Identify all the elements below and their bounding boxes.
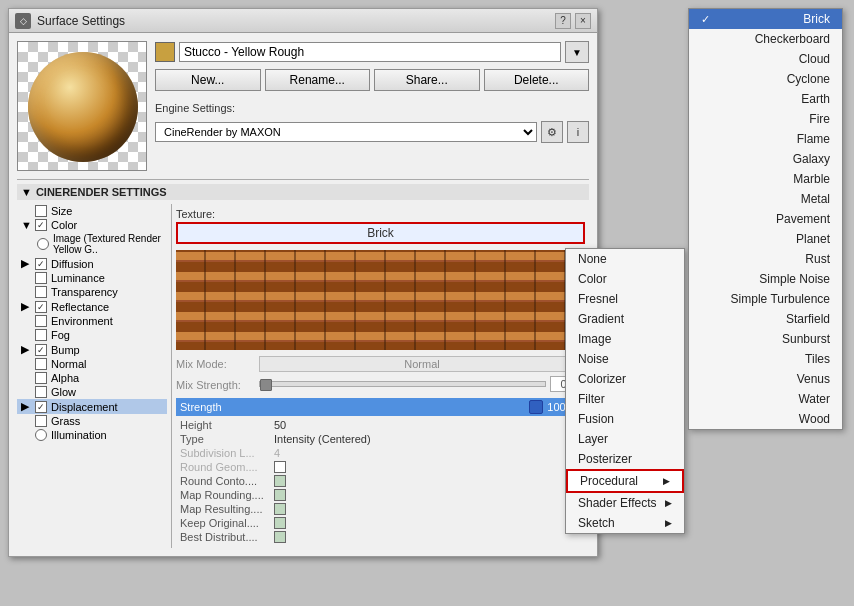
reflectance-checkbox[interactable] xyxy=(35,301,47,313)
properties-panel: Size ▼ Color Image (Textured Render Yell… xyxy=(17,204,172,548)
mix-strength-thumb[interactable] xyxy=(260,379,272,391)
menu-item-layer[interactable]: Layer xyxy=(566,429,684,449)
menu-item-cloud[interactable]: Cloud xyxy=(689,49,842,69)
menu-item-sunburst[interactable]: Sunburst xyxy=(689,329,842,349)
menu-item-checkerboard[interactable]: Checkerboard xyxy=(689,29,842,49)
best-distrib-checkbox[interactable] xyxy=(274,531,286,543)
diffusion-checkbox[interactable] xyxy=(35,258,47,270)
prop-glow[interactable]: Glow xyxy=(17,385,167,399)
menu-item-procedural[interactable]: Procedural ▶ xyxy=(566,469,684,493)
menu-item-rust[interactable]: Rust xyxy=(689,249,842,269)
delete-button[interactable]: Delete... xyxy=(484,69,590,91)
menu-item-colorizer[interactable]: Colorizer xyxy=(566,369,684,389)
menu-item-sketch[interactable]: Sketch ▶ xyxy=(566,513,684,533)
menu-item-planet[interactable]: Planet xyxy=(689,229,842,249)
close-button[interactable]: × xyxy=(575,13,591,29)
engine-info-button[interactable]: i xyxy=(567,121,589,143)
color-checkbox[interactable] xyxy=(35,219,47,231)
fog-checkbox[interactable] xyxy=(35,329,47,341)
menu-item-image[interactable]: Image xyxy=(566,329,684,349)
prop-diffusion[interactable]: ▶ Diffusion xyxy=(17,256,167,271)
material-options-button[interactable]: ▼ xyxy=(565,41,589,63)
round-contour-row: Round Conto.... xyxy=(176,474,585,488)
menu-item-tiles[interactable]: Tiles xyxy=(689,349,842,369)
menu-item-simple-noise[interactable]: Simple Noise xyxy=(689,269,842,289)
prop-illumination[interactable]: Illumination xyxy=(17,428,167,442)
top-section: Stucco - Yellow Rough ▼ New... Rename...… xyxy=(17,41,589,171)
illumination-checkbox[interactable] xyxy=(35,429,47,441)
prop-alpha[interactable]: Alpha xyxy=(17,371,167,385)
image-checkbox[interactable] xyxy=(37,238,49,250)
menu-item-simple-turbulence[interactable]: Simple Turbulence xyxy=(689,289,842,309)
menu-item-fire[interactable]: Fire xyxy=(689,109,842,129)
menu-item-wood[interactable]: Wood xyxy=(689,409,842,429)
map-rounding-checkbox[interactable] xyxy=(274,489,286,501)
keep-original-row: Keep Original.... xyxy=(176,516,585,530)
prop-normal[interactable]: Normal xyxy=(17,357,167,371)
menu-item-posterizer[interactable]: Posterizer xyxy=(566,449,684,469)
engine-select[interactable]: CineRender by MAXON xyxy=(155,122,537,142)
prop-reflectance[interactable]: ▶ Reflectance xyxy=(17,299,167,314)
new-button[interactable]: New... xyxy=(155,69,261,91)
share-button[interactable]: Share... xyxy=(374,69,480,91)
menu-item-cyclone[interactable]: Cyclone xyxy=(689,69,842,89)
menu-item-metal[interactable]: Metal xyxy=(689,189,842,209)
menu-item-pavement[interactable]: Pavement xyxy=(689,209,842,229)
prop-fog[interactable]: Fog xyxy=(17,328,167,342)
prop-bump[interactable]: ▶ Bump xyxy=(17,342,167,357)
help-button[interactable]: ? xyxy=(555,13,571,29)
menu-item-flame[interactable]: Flame xyxy=(689,129,842,149)
grass-checkbox[interactable] xyxy=(35,415,47,427)
prop-luminance[interactable]: Luminance xyxy=(17,271,167,285)
menu-item-gradient[interactable]: Gradient xyxy=(566,309,684,329)
glow-checkbox[interactable] xyxy=(35,386,47,398)
menu-item-marble[interactable]: Marble xyxy=(689,169,842,189)
rename-button[interactable]: Rename... xyxy=(265,69,371,91)
luminance-checkbox[interactable] xyxy=(35,272,47,284)
prop-color[interactable]: ▼ Color xyxy=(17,218,167,232)
menu-item-brick[interactable]: ✓ Brick xyxy=(689,9,842,29)
best-distrib-row: Best Distribut.... xyxy=(176,530,585,544)
menu-item-none[interactable]: None xyxy=(566,249,684,269)
size-checkbox[interactable] xyxy=(35,205,47,217)
texture-name-box[interactable]: Brick xyxy=(176,222,585,244)
keep-original-checkbox[interactable] xyxy=(274,517,286,529)
normal-checkbox[interactable] xyxy=(35,358,47,370)
prop-grass[interactable]: Grass xyxy=(17,414,167,428)
transparency-checkbox[interactable] xyxy=(35,286,47,298)
menu-item-starfield[interactable]: Starfield xyxy=(689,309,842,329)
menu-item-water[interactable]: Water xyxy=(689,389,842,409)
environment-checkbox[interactable] xyxy=(35,315,47,327)
subdivision-label: Subdivision L... xyxy=(180,447,270,459)
alpha-checkbox[interactable] xyxy=(35,372,47,384)
material-action-buttons: New... Rename... Share... Delete... xyxy=(155,69,589,91)
round-contour-checkbox[interactable] xyxy=(274,475,286,487)
bump-checkbox[interactable] xyxy=(35,344,47,356)
title-bar-controls: ? × xyxy=(555,13,591,29)
best-distrib-label: Best Distribut.... xyxy=(180,531,270,543)
prop-displacement[interactable]: ▶ Displacement xyxy=(17,399,167,414)
brick-check-icon: ✓ xyxy=(701,13,710,26)
subdivision-row: Subdivision L... 4 xyxy=(176,446,585,460)
menu-item-earth[interactable]: Earth xyxy=(689,89,842,109)
menu-item-fresnel[interactable]: Fresnel xyxy=(566,289,684,309)
map-resulting-checkbox[interactable] xyxy=(274,503,286,515)
round-geom-checkbox[interactable] xyxy=(274,461,286,473)
prop-environment[interactable]: Environment xyxy=(17,314,167,328)
menu-item-shader-effects[interactable]: Shader Effects ▶ xyxy=(566,493,684,513)
prop-transparency[interactable]: Transparency xyxy=(17,285,167,299)
material-name-row: Stucco - Yellow Rough ▼ xyxy=(155,41,589,63)
keep-original-label: Keep Original.... xyxy=(180,517,270,529)
prop-size[interactable]: Size xyxy=(17,204,167,218)
engine-settings-icon[interactable]: ⚙ xyxy=(541,121,563,143)
menu-item-venus[interactable]: Venus xyxy=(689,369,842,389)
strength-slider-thumb[interactable] xyxy=(529,400,543,414)
mix-strength-slider[interactable] xyxy=(259,381,546,387)
menu-item-noise[interactable]: Noise xyxy=(566,349,684,369)
prop-image[interactable]: Image (Textured Render Yellow G.. xyxy=(17,232,167,256)
menu-item-filter[interactable]: Filter xyxy=(566,389,684,409)
menu-item-galaxy[interactable]: Galaxy xyxy=(689,149,842,169)
displacement-checkbox[interactable] xyxy=(35,401,47,413)
menu-item-fusion[interactable]: Fusion xyxy=(566,409,684,429)
menu-item-color[interactable]: Color xyxy=(566,269,684,289)
